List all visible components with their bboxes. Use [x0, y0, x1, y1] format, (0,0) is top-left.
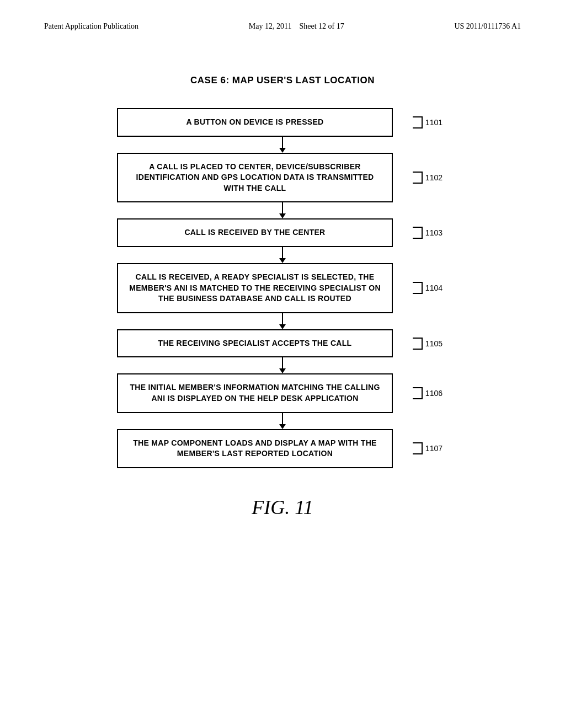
connector-2 [282, 202, 283, 213]
box-1102: A CALL IS PLACED TO CENTER, DEVICE/SUBSC… [117, 153, 393, 203]
connector-4 [282, 313, 283, 324]
box-1104: CALL IS RECEIVED, A READY SPECIALIST IS … [117, 263, 393, 313]
fig-label: FIG. 11 [252, 496, 313, 519]
arrow-1 [279, 148, 286, 153]
step-label-1105: 1105 [413, 338, 443, 350]
arrow-5 [279, 368, 286, 373]
box-1103: CALL IS RECEIVED BY THE CENTER [117, 218, 393, 247]
step-label-1107: 1107 [413, 442, 443, 454]
header-publication: Patent Application Publication [44, 22, 138, 31]
step-label-1106: 1106 [413, 387, 443, 399]
connector-3 [282, 247, 283, 258]
arrow-3 [279, 258, 286, 263]
arrow-4 [279, 324, 286, 329]
step-label-1102: 1102 [413, 172, 443, 184]
arrow-2 [279, 213, 286, 218]
flow-step-1107: THE MAP COMPONENT LOADS AND DISPLAY A MA… [117, 429, 448, 468]
box-1107: THE MAP COMPONENT LOADS AND DISPLAY A MA… [117, 429, 393, 468]
page-header: Patent Application Publication May 12, 2… [0, 0, 565, 42]
flow-step-1102: A CALL IS PLACED TO CENTER, DEVICE/SUBSC… [117, 153, 448, 203]
box-1105: THE RECEIVING SPECIALIST ACCEPTS THE CAL… [117, 329, 393, 358]
flow-step-1104: CALL IS RECEIVED, A READY SPECIALIST IS … [117, 263, 448, 313]
flow-step-1103: CALL IS RECEIVED BY THE CENTER 1103 [117, 218, 448, 247]
box-1101: A BUTTON ON DEVICE IS PRESSED [117, 108, 393, 137]
flow-step-1101: A BUTTON ON DEVICE IS PRESSED 1101 [117, 108, 448, 137]
connector-5 [282, 357, 283, 368]
header-patent-number: US 2011/0111736 A1 [454, 22, 521, 31]
flowchart: A BUTTON ON DEVICE IS PRESSED 1101 A CAL… [117, 108, 448, 468]
flow-step-1106: THE INITIAL MEMBER'S INFORMATION MATCHIN… [117, 373, 448, 413]
arrow-6 [279, 424, 286, 429]
connector-1 [282, 137, 283, 148]
step-label-1101: 1101 [413, 116, 443, 129]
step-label-1104: 1104 [413, 282, 443, 294]
step-label-1103: 1103 [413, 227, 443, 239]
header-date-sheet: May 12, 2011 Sheet 12 of 17 [249, 22, 344, 31]
flow-step-1105: THE RECEIVING SPECIALIST ACCEPTS THE CAL… [117, 329, 448, 358]
diagram-container: CASE 6: MAP USER'S LAST LOCATION A BUTTO… [0, 42, 565, 541]
box-1106: THE INITIAL MEMBER'S INFORMATION MATCHIN… [117, 373, 393, 413]
connector-6 [282, 413, 283, 424]
diagram-title: CASE 6: MAP USER'S LAST LOCATION [190, 75, 375, 86]
